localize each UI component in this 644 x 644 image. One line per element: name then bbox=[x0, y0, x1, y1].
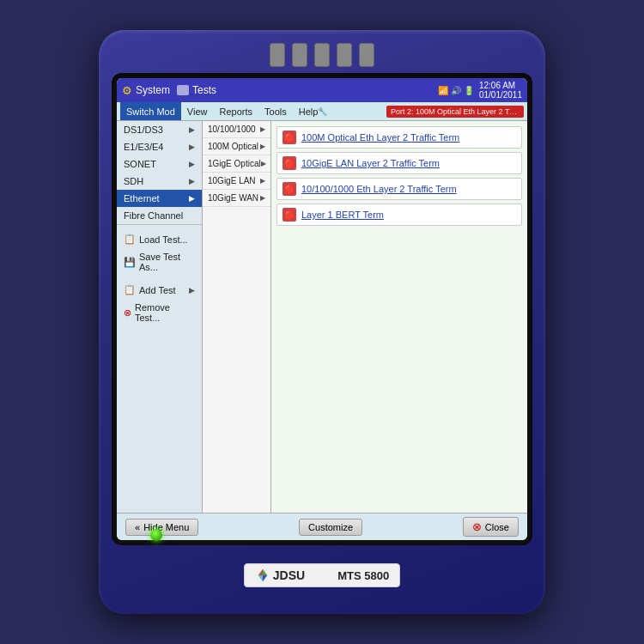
sidebar-action-save-test[interactable]: 💾 Save Test As... bbox=[117, 248, 202, 276]
test-icon-1: 🔴 bbox=[283, 131, 296, 144]
ethernet-submenu: 10/100/1000 ▶ 100M Optical ▶ 1GigE Optic… bbox=[203, 121, 271, 513]
submenu-10gige-lan[interactable]: 10GigE LAN ▶ bbox=[203, 173, 270, 190]
sidebar-item-ds1ds3[interactable]: DS1/DS3 ▶ bbox=[117, 121, 202, 138]
arrow-icon: ▶ bbox=[189, 160, 195, 168]
connector-3 bbox=[314, 43, 330, 67]
test-label-3: 10/100/1000 Eth Layer 2 Traffic Term bbox=[301, 184, 457, 194]
volume-icon: 🔊 bbox=[451, 86, 461, 95]
menubar-view[interactable]: View bbox=[181, 102, 214, 120]
menubar-tools[interactable]: Tools bbox=[258, 102, 293, 120]
load-icon: 📋 bbox=[124, 234, 136, 245]
menubar-help[interactable]: Help 🔧 bbox=[293, 102, 334, 120]
tests-icon bbox=[177, 85, 189, 95]
sidebar-action-load-test[interactable]: 📋 Load Test... bbox=[117, 230, 202, 248]
submenu-100m-optical[interactable]: 100M Optical ▶ bbox=[203, 138, 270, 155]
arrow-icon: ▶ bbox=[261, 160, 266, 167]
signal-icons: 📶 🔊 🔋 bbox=[438, 86, 474, 95]
time-display: 12:06 AM 01/01/2011 bbox=[479, 81, 522, 100]
screen-bezel: ⚙ System Tests 📶 🔊 🔋 12:06 AM 01/01/2 bbox=[112, 73, 532, 545]
add-icon: 📋 bbox=[124, 284, 136, 295]
menubar-reports[interactable]: Reports bbox=[214, 102, 259, 120]
menu-bar: Switch Mod View Reports Tools Help 🔧 Por… bbox=[117, 102, 527, 121]
brand-plate: JDSU MTS 5800 bbox=[244, 563, 400, 587]
time-value: 12:06 AM bbox=[479, 81, 515, 90]
test-item-1[interactable]: 🔴 100M Optical Eth Layer 2 Traffic Term bbox=[276, 126, 522, 149]
arrow-icon: ▶ bbox=[260, 143, 265, 150]
sidebar-item-e1e3e4[interactable]: E1/E3/E4 ▶ bbox=[117, 138, 202, 155]
save-icon: 💾 bbox=[124, 257, 136, 268]
submenu-1gige-optical[interactable]: 1GigE Optical ▶ bbox=[203, 155, 270, 173]
system-label: System bbox=[136, 84, 170, 96]
arrow-icon: ▶ bbox=[189, 286, 195, 295]
arrow-icon: ▶ bbox=[189, 143, 195, 151]
connector-1 bbox=[270, 43, 285, 67]
port-label: Port 2: 100M Optical Eth Layer 2 Traffic… bbox=[386, 106, 524, 118]
brand-name: JDSU bbox=[273, 568, 305, 582]
hide-menu-icon: « bbox=[135, 522, 140, 532]
arrow-icon: ▶ bbox=[189, 194, 195, 203]
wifi-icon: 📶 bbox=[438, 86, 448, 95]
arrow-icon: ▶ bbox=[260, 177, 265, 185]
sidebar-item-ethernet[interactable]: Ethernet ▶ bbox=[117, 190, 202, 207]
battery-icon: 🔋 bbox=[464, 86, 474, 95]
arrow-icon: ▶ bbox=[260, 194, 265, 202]
sidebar-section-protocols: DS1/DS3 ▶ E1/E3/E4 ▶ SONET ▶ SDH bbox=[117, 121, 202, 225]
test-icon-3: 🔴 bbox=[283, 182, 296, 196]
sidebar-item-sonet[interactable]: SONET ▶ bbox=[117, 155, 202, 173]
device-top-connectors bbox=[112, 43, 532, 69]
test-item-2[interactable]: 🔴 10GigE LAN Layer 2 Traffic Term bbox=[276, 152, 522, 174]
jdsu-logo: JDSU bbox=[255, 568, 305, 583]
test-icon-4: 🔴 bbox=[283, 208, 296, 222]
sidebar-menu: DS1/DS3 ▶ E1/E3/E4 ▶ SONET ▶ SDH bbox=[117, 121, 203, 513]
close-icon: ⊗ bbox=[472, 520, 482, 533]
arrow-icon: ▶ bbox=[260, 125, 265, 133]
logo-diamond-svg bbox=[255, 568, 270, 583]
title-bar-right: 📶 🔊 🔋 12:06 AM 01/01/2011 bbox=[438, 81, 522, 100]
date-value: 01/01/2011 bbox=[479, 90, 522, 100]
sidebar-action-remove-test[interactable]: ⊗ Remove Test... bbox=[117, 299, 202, 326]
title-bar: ⚙ System Tests 📶 🔊 🔋 12:06 AM 01/01/2 bbox=[117, 78, 527, 102]
sidebar-action-add-test[interactable]: 📋 Add Test ▶ bbox=[117, 281, 202, 299]
test-label-2: 10GigE LAN Layer 2 Traffic Term bbox=[301, 158, 440, 168]
menubar-switch-mod[interactable]: Switch Mod bbox=[120, 102, 181, 120]
test-item-4[interactable]: 🔴 Layer 1 BERT Term bbox=[276, 204, 522, 226]
submenu-10-100-1000[interactable]: 10/100/1000 ▶ bbox=[203, 121, 270, 138]
bottom-bar: « Hide Menu Customize ⊗ Close bbox=[117, 513, 527, 540]
connector-4 bbox=[337, 43, 352, 67]
screen: ⚙ System Tests 📶 🔊 🔋 12:06 AM 01/01/2 bbox=[117, 78, 527, 540]
model-name: MTS 5800 bbox=[337, 569, 389, 582]
sidebar-item-sdh[interactable]: SDH ▶ bbox=[117, 173, 202, 190]
test-list-panel: 🔴 100M Optical Eth Layer 2 Traffic Term … bbox=[271, 121, 527, 513]
remove-icon: ⊗ bbox=[124, 307, 131, 319]
gear-icon: ⚙ bbox=[122, 84, 132, 97]
connector-2 bbox=[292, 43, 307, 67]
submenu-10gige-wan[interactable]: 10GigE WAN ▶ bbox=[203, 190, 270, 207]
tests-label: Tests bbox=[192, 84, 216, 96]
device-body: ⚙ System Tests 📶 🔊 🔋 12:06 AM 01/01/2 bbox=[99, 30, 545, 614]
test-icon-2: 🔴 bbox=[283, 156, 296, 170]
close-button[interactable]: ⊗ Close bbox=[463, 517, 519, 537]
arrow-icon: ▶ bbox=[189, 177, 195, 185]
main-area: DS1/DS3 ▶ E1/E3/E4 ▶ SONET ▶ SDH bbox=[117, 121, 527, 513]
led-indicator bbox=[150, 529, 162, 541]
tests-menu-item[interactable]: Tests bbox=[177, 84, 216, 96]
test-label-4: Layer 1 BERT Term bbox=[301, 210, 384, 220]
test-label-1: 100M Optical Eth Layer 2 Traffic Term bbox=[301, 132, 459, 143]
arrow-icon: ▶ bbox=[189, 125, 195, 134]
device-bottom: JDSU MTS 5800 bbox=[112, 550, 532, 601]
system-menu-item[interactable]: ⚙ System bbox=[122, 84, 170, 97]
customize-button[interactable]: Customize bbox=[299, 519, 362, 536]
sidebar-item-fibre-channel[interactable]: Fibre Channel bbox=[117, 207, 202, 224]
connector-5 bbox=[359, 43, 374, 67]
test-item-3[interactable]: 🔴 10/100/1000 Eth Layer 2 Traffic Term bbox=[276, 178, 522, 200]
